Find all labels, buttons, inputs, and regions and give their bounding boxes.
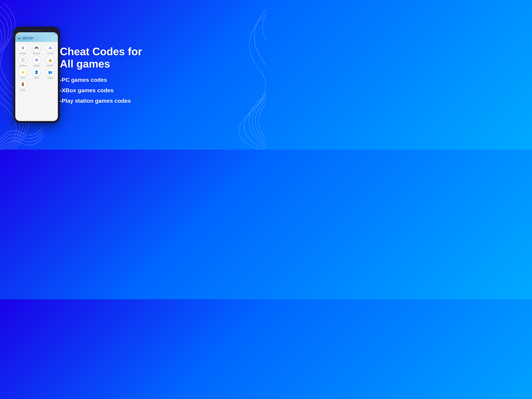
rate-us-icon: ⭐ [19, 68, 27, 76]
phone-speaker [32, 30, 42, 31]
xbox-cheats-icon: 🎮 [32, 44, 41, 52]
headline-line2: All games [60, 58, 110, 70]
xbox-cheats-label: Xbox Cheats [33, 53, 40, 54]
app-title: Cheat Codes [22, 37, 33, 39]
exit-app-label: Exit App [20, 89, 25, 91]
feature-item-pc: -PC games codes [60, 77, 256, 83]
grid-item-about-us[interactable]: 👤 About us [30, 68, 43, 79]
more-apps-icon: ⊞ [32, 56, 41, 64]
status-bar: 📶 📶 🔋 9:07 [15, 32, 58, 35]
grid-item-exit-app[interactable]: 🚪 Exit App [17, 80, 29, 91]
headline: Cheat Codes for All games [60, 45, 256, 70]
grid-item-rate-us[interactable]: ⭐ Rate us [17, 68, 29, 79]
terms-label: Terms of use [19, 65, 27, 66]
pc-cheats-label: PC Cheats [20, 53, 26, 54]
about-us-label: About us [34, 77, 39, 79]
grid-item-pc-cheats[interactable]: 🖥 PC Cheats [17, 44, 29, 54]
feature-item-ps: -Play station games codes [60, 98, 256, 104]
status-signal: 📶 📶 [17, 33, 20, 34]
headline-line1: Cheat Codes for [60, 45, 142, 57]
app-subtitle: Brain Apps Ville [22, 39, 33, 40]
more-apps-label: More Apps [33, 65, 40, 66]
grid-item-more-apps[interactable]: ⊞ More Apps [30, 56, 43, 66]
feature-list: -PC games codes -XBox games codes -Play … [60, 77, 256, 104]
terms-icon: 📋 [19, 56, 27, 64]
rate-us-label: Rate us [21, 77, 25, 79]
exit-app-icon: 🚪 [19, 80, 27, 89]
feature-item-xbox: -XBox games codes [60, 87, 256, 94]
right-content: Cheat Codes for All games -PC games code… [47, 39, 266, 111]
about-us-icon: 👤 [32, 68, 41, 76]
phone-camera [48, 30, 50, 31]
grid-item-terms[interactable]: 📋 Terms of use [17, 56, 29, 66]
pc-cheats-icon: 🖥 [19, 44, 27, 52]
grid-item-xbox-cheats[interactable]: 🎮 Xbox Cheats [30, 44, 43, 54]
status-time-battery: 🔋 9:07 [52, 33, 57, 34]
app-header-icon: 🎮 [17, 37, 21, 41]
